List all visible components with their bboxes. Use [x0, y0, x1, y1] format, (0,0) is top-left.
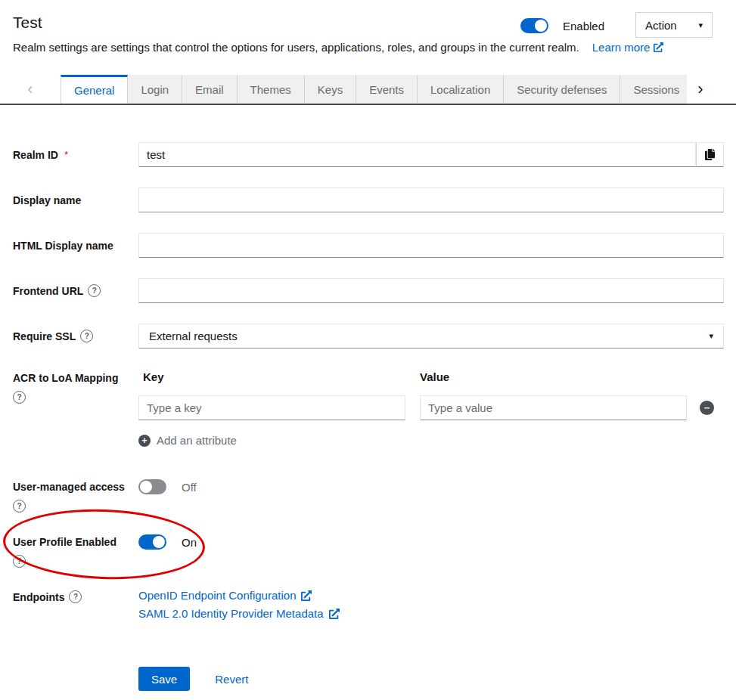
acr-value-header: Value: [420, 370, 449, 383]
realm-enabled-control: Enabled: [520, 18, 604, 33]
acr-to-loa-label: ACR to LoA Mapping: [13, 372, 118, 384]
page-title: Test: [13, 14, 42, 32]
caret-down-icon: ▾: [709, 332, 713, 340]
acr-value-input[interactable]: [420, 395, 687, 420]
revert-button[interactable]: Revert: [215, 673, 248, 686]
form-row-user-managed-access: User-managed access ? Off: [13, 479, 197, 513]
saml-metadata-link-label: SAML 2.0 Identity Provider Metadata: [138, 606, 324, 621]
require-ssl-help-icon[interactable]: ?: [80, 330, 93, 342]
openid-endpoint-link[interactable]: OpenID Endpoint Configuration: [138, 588, 340, 603]
user-managed-access-label: User-managed access: [13, 481, 125, 493]
endpoints-links: OpenID Endpoint Configuration SAML 2.0 I…: [138, 588, 340, 621]
user-managed-access-toggle[interactable]: [138, 479, 166, 494]
acr-help-icon[interactable]: ?: [13, 391, 26, 404]
copy-icon: [705, 149, 715, 160]
endpoints-label: Endpoints: [13, 591, 64, 603]
form-row-acr-to-loa: ACR to LoA Mapping ? Key Value − + Add a…: [13, 370, 714, 447]
required-indicator: *: [64, 149, 68, 160]
acr-attribute-editor: Key Value − + Add an attribute: [138, 370, 714, 447]
realm-id-input-group: [138, 142, 724, 167]
acr-attribute-row: −: [138, 395, 714, 420]
tab-general[interactable]: General: [61, 75, 128, 104]
form-row-frontend-url: Frontend URL ?: [13, 278, 724, 303]
require-ssl-selected-value: External requests: [149, 330, 238, 342]
display-name-input[interactable]: [138, 187, 724, 212]
realm-description-row: Realm settings are settings that control…: [13, 41, 663, 54]
tab-scroll-right-button[interactable]: ›: [687, 75, 714, 104]
user-profile-enabled-state: On: [182, 536, 197, 549]
user-managed-access-help-icon[interactable]: ?: [13, 500, 26, 513]
chevron-left-icon: ‹: [27, 81, 33, 98]
html-display-name-input[interactable]: [138, 233, 724, 258]
add-attribute-label: Add an attribute: [157, 434, 237, 447]
form-actions: Save Revert: [138, 667, 248, 691]
realm-enabled-toggle[interactable]: [520, 18, 548, 33]
display-name-label: Display name: [13, 194, 81, 206]
chevron-right-icon: ›: [697, 81, 703, 98]
frontend-url-help-icon[interactable]: ?: [88, 284, 101, 297]
add-attribute-button[interactable]: + Add an attribute: [138, 434, 714, 447]
toggle-knob: [153, 536, 165, 548]
realm-enabled-label: Enabled: [563, 20, 604, 33]
openid-endpoint-link-label: OpenID Endpoint Configuration: [138, 588, 296, 603]
user-profile-enabled-label: User Profile Enabled: [13, 536, 116, 548]
external-link-icon: [301, 590, 312, 601]
remove-attribute-button[interactable]: −: [700, 401, 714, 415]
endpoints-help-icon[interactable]: ?: [69, 590, 82, 603]
form-row-display-name: Display name: [13, 187, 724, 212]
caret-down-icon: ▾: [698, 21, 703, 29]
saml-metadata-link[interactable]: SAML 2.0 Identity Provider Metadata: [138, 606, 340, 621]
form-row-html-display-name: HTML Display name: [13, 233, 724, 258]
html-display-name-label: HTML Display name: [13, 240, 113, 252]
acr-key-header: Key: [143, 370, 420, 383]
frontend-url-label: Frontend URL: [13, 285, 83, 297]
user-profile-help-icon[interactable]: ?: [13, 555, 26, 568]
action-dropdown[interactable]: Action ▾: [635, 12, 713, 38]
save-button[interactable]: Save: [138, 667, 190, 691]
minus-circle-icon: −: [700, 401, 714, 415]
form-row-require-ssl: Require SSL ? External requests ▾: [13, 324, 724, 348]
acr-key-input[interactable]: [138, 395, 405, 420]
form-row-user-profile-enabled: User Profile Enabled ? On: [13, 534, 197, 568]
tab-localization[interactable]: Localization: [418, 75, 504, 104]
realm-description: Realm settings are settings that control…: [13, 41, 579, 54]
acr-headers: Key Value: [138, 370, 714, 383]
form-row-realm-id: Realm ID *: [13, 142, 724, 167]
learn-more-label: Learn more: [592, 41, 651, 54]
toggle-knob: [140, 481, 152, 493]
action-dropdown-label: Action: [645, 19, 677, 32]
tab-email[interactable]: Email: [182, 75, 238, 104]
external-link-icon: [654, 42, 663, 52]
external-link-icon: [329, 609, 340, 619]
tab-sessions[interactable]: Sessions: [620, 75, 687, 104]
tab-scroll-left-button[interactable]: ‹: [0, 75, 61, 104]
frontend-url-input[interactable]: [138, 278, 724, 303]
user-managed-access-state: Off: [182, 481, 197, 494]
require-ssl-label: Require SSL: [13, 330, 76, 342]
tab-keys[interactable]: Keys: [305, 75, 356, 104]
form-row-endpoints: Endpoints ? OpenID Endpoint Configuratio…: [13, 588, 724, 621]
tab-events[interactable]: Events: [356, 75, 418, 104]
tab-login[interactable]: Login: [128, 75, 182, 104]
tabs-viewport: General Login Email Themes Keys Events L…: [61, 75, 687, 104]
user-profile-enabled-toggle[interactable]: [138, 534, 166, 550]
tab-bar: ‹ General Login Email Themes Keys Events…: [0, 75, 736, 105]
realm-id-input[interactable]: [138, 142, 696, 167]
tab-security-defenses[interactable]: Security defenses: [504, 75, 620, 104]
realm-settings-page: Test Enabled Action ▾ Realm settings are…: [0, 0, 736, 700]
toggle-knob: [535, 20, 547, 32]
tab-themes[interactable]: Themes: [238, 75, 305, 104]
realm-id-label: Realm ID: [13, 149, 58, 161]
learn-more-link[interactable]: Learn more: [592, 41, 664, 54]
plus-circle-icon: +: [138, 435, 151, 447]
copy-button[interactable]: [696, 142, 724, 167]
require-ssl-select[interactable]: External requests ▾: [138, 324, 724, 348]
